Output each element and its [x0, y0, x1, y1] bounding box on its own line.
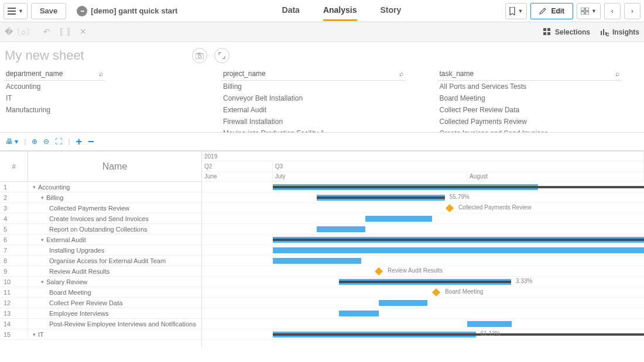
milestone-icon[interactable]: [375, 267, 383, 275]
col-num: #: [0, 151, 28, 181]
month-label: June: [202, 172, 273, 181]
list-item[interactable]: Collected Payments Review: [437, 116, 622, 127]
tab-analysis[interactable]: Analysis: [323, 1, 357, 21]
step-back-icon[interactable]: ↶: [43, 27, 50, 37]
search-icon[interactable]: ⌕: [615, 70, 619, 78]
year-label: 2019: [202, 151, 644, 161]
zoom-in-icon[interactable]: ⊕: [32, 137, 37, 146]
tree-row[interactable]: 4Create Invoices and Send Invoices: [0, 213, 201, 224]
prev-button[interactable]: ‹: [604, 3, 621, 19]
gantt-timeline[interactable]: 2019 Q2 Q3 June July August 55.79%Collec…: [202, 151, 644, 347]
list-item[interactable]: Firewall Installation: [221, 116, 405, 127]
caret-down-icon: ▼: [18, 8, 23, 14]
svg-rect-11: [198, 53, 200, 54]
tree-row[interactable]: 1▾Accounting: [0, 182, 201, 192]
search-icon[interactable]: ⌕: [99, 70, 103, 78]
zoom-out-icon[interactable]: ⊖: [43, 137, 49, 146]
edit-button[interactable]: Edit: [530, 3, 573, 19]
sheet-header: My new sheet: [0, 42, 644, 67]
list-item[interactable]: Manufacturing: [4, 104, 105, 116]
bookmark-icon: [509, 7, 515, 15]
expand-icon: [218, 52, 225, 59]
tree-row[interactable]: 2▾Billing: [0, 192, 201, 203]
edit-label: Edit: [551, 7, 564, 15]
list-item[interactable]: Board Meeting: [437, 92, 622, 104]
tree-row[interactable]: 12Collect Peer Review Data: [0, 298, 201, 308]
tree-row[interactable]: 15▾IT: [0, 329, 201, 340]
clear-selections-icon[interactable]: ✕: [80, 27, 87, 37]
bookmarks-button[interactable]: ▼: [505, 3, 527, 19]
gantt-bar[interactable]: [317, 226, 365, 232]
tree-row[interactable]: 7Installing Upgrades: [0, 245, 201, 256]
tree-row[interactable]: 11Board Meeting: [0, 287, 201, 298]
selections-tool-button[interactable]: Selections: [543, 28, 590, 36]
gantt-bar[interactable]: [339, 281, 511, 283]
snapshot-button[interactable]: [192, 48, 207, 63]
tree-row[interactable]: 10▾Salary Review: [0, 277, 201, 287]
gantt-row: [202, 235, 644, 245]
tab-data[interactable]: Data: [282, 1, 300, 21]
list-item[interactable]: IT: [4, 92, 105, 104]
month-label: August: [467, 172, 644, 181]
milestone-icon[interactable]: [432, 288, 440, 297]
gantt-row: Review Audit Results: [202, 266, 644, 277]
list-item[interactable]: Accounting: [4, 81, 105, 92]
list-item[interactable]: Billing: [221, 81, 405, 92]
list-item[interactable]: Moving into Production Facility A: [221, 127, 405, 132]
filter-task: task_name⌕ All Ports and Services TestsB…: [437, 67, 622, 132]
svg-rect-5: [547, 28, 550, 31]
gantt-bar[interactable]: [273, 247, 644, 253]
fit-icon[interactable]: ⛶: [55, 137, 62, 146]
sheet-title[interactable]: My new sheet: [5, 48, 84, 63]
next-button[interactable]: ›: [624, 3, 640, 19]
gantt-row: [202, 308, 644, 319]
gantt-bar[interactable]: [273, 333, 644, 336]
list-item[interactable]: Create Invoices and Send Invoices: [437, 127, 622, 132]
gantt-row: [202, 224, 644, 235]
menu-button[interactable]: ▼: [4, 3, 28, 19]
search-icon[interactable]: ⌕: [399, 70, 403, 78]
gantt-bar[interactable]: [467, 321, 512, 327]
sheets-button[interactable]: ▼: [577, 3, 601, 19]
print-icon[interactable]: 🖶 ▾: [6, 137, 18, 146]
list-item[interactable]: All Ports and Services Tests: [437, 81, 622, 92]
gantt-bar[interactable]: [273, 258, 361, 264]
insights-button[interactable]: Insights: [601, 28, 639, 36]
filter-label: task_name: [440, 70, 615, 78]
gantt-bar[interactable]: [273, 186, 644, 188]
q-label: Q3: [273, 161, 644, 171]
pencil-icon: [539, 8, 546, 15]
list-item[interactable]: External Audit: [221, 104, 405, 116]
gantt-bar[interactable]: [379, 300, 427, 306]
svg-point-10: [198, 55, 201, 58]
gantt-row: Board Meeting: [202, 287, 644, 298]
gantt-bar[interactable]: [339, 311, 379, 316]
app-title: [demo] gantt quick start: [91, 6, 177, 15]
col-name: Name: [28, 151, 201, 181]
tree-row[interactable]: 9Review Audit Results: [0, 266, 201, 277]
save-button[interactable]: Save: [31, 3, 66, 19]
camera-icon: [196, 53, 204, 59]
tree-row[interactable]: 13Employee Interviews: [0, 308, 201, 319]
tree-row[interactable]: 5Report on Outstanding Collections: [0, 224, 201, 235]
milestone-icon[interactable]: [446, 204, 454, 212]
gantt-row: Collected Payments Review: [202, 203, 644, 213]
expand-button[interactable]: [214, 48, 229, 63]
q-label: Q2: [202, 161, 273, 171]
list-item[interactable]: Collect Peer Review Data: [437, 104, 622, 116]
tree-row[interactable]: 14Post-Review Employee Interviews and No…: [0, 319, 201, 329]
gantt-chart: # Name 1▾Accounting2▾Billing3Collected P…: [0, 151, 644, 347]
collapse-rows-icon[interactable]: −: [88, 136, 94, 148]
tree-row[interactable]: 6▾External Audit: [0, 235, 201, 245]
gantt-bar[interactable]: [273, 239, 644, 241]
list-item[interactable]: Conveyor Belt Installation: [221, 92, 405, 104]
caret-down-icon: ▼: [591, 8, 597, 14]
gantt-bar[interactable]: [365, 216, 431, 222]
expand-rows-icon[interactable]: +: [76, 136, 83, 148]
step-forward-icon[interactable]: ⟦ ⟧: [60, 27, 70, 37]
tree-row[interactable]: 8Organise Access for External Audit Team: [0, 256, 201, 266]
tree-row[interactable]: 3Collected Payments Review: [0, 203, 201, 213]
smart-search-icon[interactable]: �〔⌕〕: [5, 27, 34, 37]
gantt-bar[interactable]: [317, 196, 445, 199]
tab-story[interactable]: Story: [381, 1, 402, 21]
